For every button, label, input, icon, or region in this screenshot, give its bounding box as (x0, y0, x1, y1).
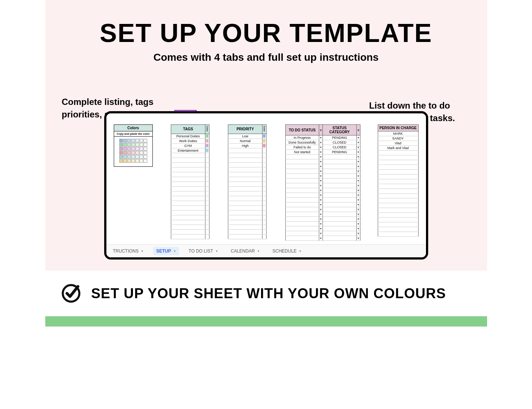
color-swatch[interactable] (135, 159, 139, 163)
chevron-down-icon[interactable]: ▾ (319, 212, 323, 217)
tags-color-cell[interactable] (205, 143, 209, 148)
status-cell[interactable] (285, 193, 319, 198)
priority-cell[interactable] (228, 229, 263, 234)
status-category-cell[interactable] (323, 159, 356, 164)
tags-cell[interactable]: Work Duties (171, 138, 205, 143)
tags-color-cell[interactable] (205, 172, 209, 177)
priority-color-cell[interactable] (262, 201, 266, 205)
status-cell[interactable]: Not started (285, 150, 319, 155)
tags-cell[interactable] (171, 196, 205, 201)
tab-schedule[interactable]: SCHEDULE▼ (269, 247, 304, 255)
chevron-down-icon[interactable]: ▾ (319, 174, 323, 179)
chevron-down-icon[interactable]: ▾ (356, 198, 360, 202)
tags-cell[interactable] (171, 153, 205, 158)
person-cell[interactable] (378, 151, 418, 155)
priority-color-cell[interactable] (262, 177, 266, 181)
chevron-down-icon[interactable]: ▾ (356, 188, 360, 193)
status-cell[interactable] (285, 169, 319, 174)
priority-color-cell[interactable] (262, 234, 266, 239)
chevron-down-icon[interactable]: ▾ (319, 198, 323, 202)
color-swatch[interactable] (123, 151, 127, 155)
tags-color-cell[interactable] (205, 191, 209, 196)
chevron-down-icon[interactable]: ▾ (356, 222, 360, 226)
color-swatch-grid[interactable] (114, 137, 153, 166)
person-cell[interactable] (378, 179, 418, 184)
color-swatch[interactable] (144, 155, 147, 159)
chevron-down-icon[interactable]: ▾ (319, 188, 323, 193)
person-cell[interactable] (378, 165, 418, 170)
person-cell[interactable] (378, 194, 418, 198)
chevron-down-icon[interactable]: ▾ (319, 135, 323, 140)
status-cell[interactable] (285, 174, 319, 179)
priority-color-cell[interactable] (262, 196, 266, 201)
color-swatch[interactable] (140, 139, 143, 142)
chevron-down-icon[interactable]: ▾ (356, 236, 360, 241)
status-category-cell[interactable] (323, 217, 356, 222)
tags-cell[interactable] (171, 205, 205, 210)
chevron-down-icon[interactable]: ▾ (356, 140, 360, 145)
priority-cell[interactable] (228, 148, 263, 153)
tags-cell[interactable]: Personal Duties (171, 134, 205, 138)
priority-cell[interactable] (228, 167, 263, 172)
color-swatch[interactable] (123, 147, 127, 151)
color-swatch[interactable] (119, 139, 123, 142)
chevron-down-icon[interactable]: ▾ (319, 217, 323, 222)
status-cell[interactable] (285, 231, 319, 236)
priority-cell[interactable] (228, 172, 263, 177)
tags-cell[interactable]: GYM (171, 143, 205, 148)
chevron-down-icon[interactable]: ▾ (356, 159, 360, 164)
person-cell[interactable] (378, 203, 418, 208)
color-swatch[interactable] (144, 139, 147, 142)
status-category-cell[interactable] (323, 202, 356, 207)
priority-cell[interactable] (228, 158, 263, 162)
status-category-cell[interactable] (323, 222, 356, 226)
chevron-down-icon[interactable]: ▾ (356, 226, 360, 231)
color-swatch[interactable] (135, 143, 139, 147)
tab-setup[interactable]: SETUP▼ (153, 247, 179, 255)
person-cell[interactable] (378, 213, 418, 218)
tags-cell[interactable] (171, 234, 205, 239)
color-swatch[interactable] (135, 151, 139, 155)
tags-color-cell[interactable] (205, 196, 209, 201)
status-category-cell[interactable] (323, 169, 356, 174)
tags-cell[interactable] (171, 186, 205, 191)
color-swatch[interactable] (123, 143, 127, 147)
status-table[interactable]: TO DO STATUS ▾ STATUS CATEGORY ▾ In Prog… (285, 124, 360, 241)
tags-cell[interactable] (171, 229, 205, 234)
person-cell[interactable]: SANDY (378, 136, 418, 141)
color-swatch[interactable] (140, 143, 143, 147)
tags-color-cell[interactable] (205, 201, 209, 205)
chevron-down-icon[interactable]: ▾ (356, 212, 360, 217)
chevron-down-icon[interactable]: ▾ (356, 169, 360, 174)
status-cell[interactable] (285, 179, 319, 183)
tags-color-cell[interactable] (205, 220, 209, 225)
priority-cell[interactable] (228, 153, 263, 158)
person-cell[interactable] (378, 160, 418, 165)
color-swatch[interactable] (131, 147, 135, 151)
priority-color-cell[interactable] (262, 134, 266, 138)
chevron-down-icon[interactable]: ▾ (356, 202, 360, 207)
status-cell[interactable]: Failed to do (285, 145, 319, 150)
chevron-down-icon[interactable]: ▾ (356, 155, 360, 159)
status-category-cell[interactable]: PENDING (323, 135, 356, 140)
tags-color-cell[interactable] (205, 181, 209, 186)
tags-color-cell[interactable] (205, 167, 209, 172)
chevron-down-icon[interactable]: ▾ (356, 135, 360, 140)
priority-color-cell[interactable] (262, 167, 266, 172)
priority-color-cell[interactable] (262, 210, 266, 215)
tags-color-cell[interactable] (205, 138, 209, 143)
status-cell[interactable] (285, 155, 319, 159)
priority-cell[interactable]: Low (228, 134, 263, 138)
chevron-down-icon[interactable]: ▾ (319, 183, 323, 188)
priority-table[interactable]: PRIORITY Color LowNormalHigh (228, 124, 267, 239)
priority-color-cell[interactable] (262, 158, 266, 162)
status-cell[interactable]: In Progress (285, 135, 319, 140)
tags-cell[interactable] (171, 210, 205, 215)
chevron-down-icon[interactable]: ▾ (319, 236, 323, 241)
tags-color-cell[interactable] (205, 225, 209, 229)
tags-cell[interactable] (171, 191, 205, 196)
status-category-cell[interactable] (323, 193, 356, 198)
color-swatch[interactable] (119, 155, 123, 159)
color-swatch[interactable] (144, 151, 147, 155)
priority-cell[interactable] (228, 215, 263, 220)
